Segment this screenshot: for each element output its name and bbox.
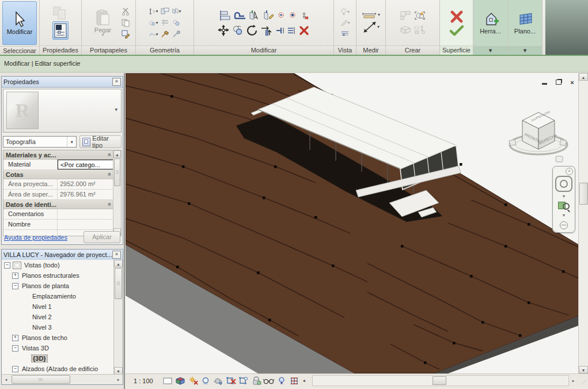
topo-point[interactable] [314, 216, 317, 219]
scroll-left-icon[interactable]: ◂ [2, 375, 10, 384]
offset-icon[interactable] [260, 24, 273, 37]
measure-icon[interactable]: ▾ [362, 20, 380, 34]
browser-h-scrollbar[interactable]: ◂ ||| ▸ [2, 374, 123, 384]
tree-item-emplazamiento[interactable]: Emplazamiento [2, 291, 113, 301]
cope-icon[interactable] [233, 9, 246, 22]
split-face-icon[interactable]: ▾ [149, 29, 158, 39]
create-group-icon[interactable] [414, 9, 426, 22]
tree-item-nivel-1[interactable]: Nivel 1 [2, 301, 113, 312]
tree-item-3d-view[interactable]: {3D} [2, 353, 113, 364]
extend-icon[interactable] [286, 25, 296, 35]
browser-header[interactable]: VILLA LUCY - Navegador de proyect... × [2, 250, 123, 260]
scrollbar-thumb[interactable]: ||| [114, 158, 120, 186]
topo-point[interactable] [504, 245, 507, 248]
type-preview[interactable]: R ▾ [3, 89, 122, 133]
topo-point[interactable] [562, 270, 565, 273]
topo-point[interactable] [176, 266, 179, 269]
analytical-model-icon[interactable] [289, 376, 300, 386]
properties-button[interactable] [52, 21, 69, 40]
lock-3d-view-icon[interactable] [251, 376, 262, 386]
properties-header[interactable]: Propiedades × [2, 77, 123, 88]
plano-dropdown-icon[interactable]: ▾ [508, 46, 542, 55]
paint-icon[interactable] [172, 18, 181, 28]
edit-type-button[interactable]: Editar tipo [79, 135, 122, 148]
paste-dropdown-icon[interactable]: ▾ [101, 33, 104, 37]
pan-icon[interactable] [560, 221, 568, 229]
cut-profile-icon[interactable] [248, 9, 260, 22]
property-row-nombre[interactable]: Nombre [3, 220, 113, 230]
plano-button[interactable]: Plano... [514, 28, 536, 35]
drawing-area[interactable]: SUPERIOR FRONTAL DERECHA [126, 73, 578, 373]
split-gap-icon[interactable] [288, 10, 298, 20]
tree-label[interactable]: Planos estructurales [21, 272, 81, 279]
topo-point[interactable] [453, 342, 456, 345]
create-similar-icon[interactable] [414, 24, 426, 36]
view-minimize-icon[interactable] [540, 78, 549, 86]
cut-icon[interactable] [121, 6, 131, 16]
dd-icon[interactable]: ▾ [155, 21, 158, 25]
crop-region-icon[interactable] [238, 376, 249, 386]
type-selector[interactable]: Topografía ▾ [3, 136, 77, 148]
h-scrollbar-thumb[interactable]: ||| [12, 375, 70, 384]
paste-button[interactable]: Pegar ▾ [87, 2, 119, 44]
tree-label[interactable]: Nivel 2 [31, 314, 53, 320]
topo-point[interactable] [504, 203, 507, 206]
temporary-hide-isolate-icon[interactable] [263, 376, 275, 386]
tree-label[interactable]: Emplazamiento [31, 293, 77, 300]
steering-wheel-icon[interactable] [555, 176, 572, 192]
properties-close-icon[interactable]: × [112, 78, 121, 86]
tree-item-planos-estructurales[interactable]: +Planos estructurales [2, 270, 113, 281]
dd-icon[interactable]: ▾ [155, 10, 158, 13]
tree-item-planos-de-planta[interactable]: −Planos de planta [2, 281, 113, 291]
property-grid-scrollbar[interactable]: ▲ ||| ▼ [113, 150, 121, 236]
topo-point[interactable] [170, 95, 173, 98]
herramientas-button[interactable]: Herra... [480, 28, 501, 35]
cancel-surface-button[interactable] [450, 10, 464, 23]
collapse-chevron-icon[interactable]: » [107, 173, 113, 176]
tree-label[interactable]: Nivel 3 [31, 324, 53, 331]
collapse-chevron-icon[interactable]: » [107, 203, 113, 206]
tree-item-alzados[interactable]: −Alzados (Alzado de edificio [2, 364, 113, 374]
sun-path-icon[interactable] [187, 376, 199, 386]
tree-item-nivel-3[interactable]: Nivel 3 [2, 322, 113, 333]
legend-component-icon[interactable] [399, 9, 412, 22]
topo-point[interactable] [182, 165, 185, 168]
join-geometry-icon[interactable]: ▾ [149, 18, 158, 28]
match-properties-icon[interactable] [121, 29, 131, 39]
topo-point[interactable] [470, 275, 473, 278]
create-parts-icon[interactable] [399, 24, 412, 36]
visual-style-icon[interactable] [174, 376, 186, 386]
topo-point[interactable] [268, 319, 271, 322]
topo-point[interactable] [257, 271, 260, 274]
zoom-dropdown-icon[interactable]: ▾ [563, 213, 565, 218]
property-row-area-proyectada[interactable]: Área proyecta...2952.000 m² [3, 179, 113, 190]
unjoin-geometry-icon[interactable]: ▾ [172, 6, 181, 16]
crop-view-icon[interactable] [225, 376, 237, 386]
collapse-box-icon[interactable]: − [12, 345, 18, 352]
hidden-elements-icon[interactable]: ▾ [340, 7, 350, 17]
unpin-icon[interactable] [299, 10, 309, 20]
property-row-material[interactable]: Material<Por catego... [3, 160, 113, 170]
override-graphics-icon[interactable] [340, 29, 350, 39]
shadows-icon[interactable] [200, 376, 211, 386]
scroll-up-icon[interactable]: ▲ [579, 73, 588, 81]
v-scrollbar-thumb[interactable] [579, 183, 588, 205]
move-icon[interactable] [217, 24, 230, 37]
tree-label[interactable]: Planos de techo [21, 334, 69, 341]
edit-profile-icon[interactable] [262, 9, 275, 22]
tree-label[interactable]: Alzados (Alzado de edificio [21, 365, 99, 372]
trim-icon[interactable] [275, 25, 284, 35]
topo-point[interactable] [188, 202, 191, 205]
dd-icon[interactable]: ▾ [347, 10, 350, 14]
tree-item-vistas-3d[interactable]: −Vistas 3D [2, 343, 113, 353]
copy-clipboard-icon[interactable] [121, 18, 131, 28]
topo-point[interactable] [481, 321, 484, 324]
collapse-chevron-icon[interactable]: » [107, 153, 113, 157]
dd-icon[interactable]: ▾ [378, 13, 380, 17]
split-element-icon[interactable] [276, 10, 286, 20]
h-scrollbar-thumb[interactable] [433, 376, 446, 385]
pick-icon[interactable] [172, 29, 181, 39]
demolish-icon[interactable] [160, 29, 170, 39]
expand-box-icon[interactable]: + [12, 273, 18, 279]
apply-button[interactable]: Aplicar [84, 231, 120, 243]
